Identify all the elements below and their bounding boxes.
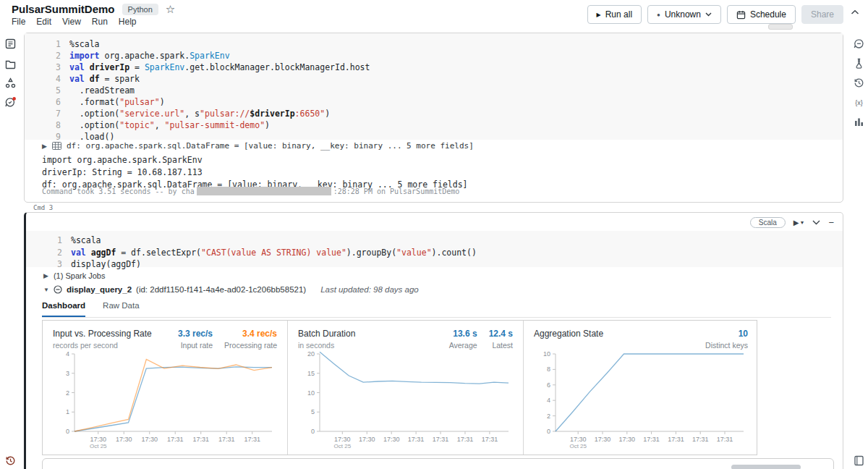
caret-down-icon[interactable]: ▼ <box>43 287 49 293</box>
code-line[interactable]: 2import org.apache.spark.SparkEnv <box>25 50 843 62</box>
menu-bar: FileEditViewRunHelp <box>12 17 137 27</box>
chart-stats: 10Distinct keys <box>705 329 748 350</box>
cluster-dropdown[interactable]: ● Unknown <box>647 5 721 24</box>
history-clock-icon[interactable] <box>4 455 17 467</box>
code-text: %scala <box>69 38 100 50</box>
redaction-bar <box>197 187 331 195</box>
svg-text:1: 1 <box>66 408 69 415</box>
svg-text:17:31: 17:31 <box>192 436 209 443</box>
streaming-query-row: ▼ display_query_2 (id: 2ddf1150-f141-4a4… <box>43 285 419 294</box>
code-line[interactable]: 8 .option("topic", "pulsar-summit-demo") <box>25 119 843 131</box>
series-line <box>320 352 509 384</box>
workflow-icon[interactable] <box>4 77 17 89</box>
line-chart: 024681017:30Oct 2517:3017:3017:3117:3117… <box>534 350 749 451</box>
cell-1-result-toggle[interactable]: ▶ df: org.apache.spark.sql.DataFrame = [… <box>42 141 474 151</box>
chevron-down-icon <box>705 12 712 17</box>
line-number: 3 <box>26 258 62 271</box>
code-text: val df = spark <box>69 73 140 85</box>
chart-header: Aggregation State10Distinct keys <box>534 329 748 350</box>
code-line[interactable]: 3display(aggDf) <box>26 258 843 271</box>
run-all-button[interactable]: ▶ Run all <box>587 5 642 24</box>
metrics-icon[interactable] <box>853 116 865 128</box>
cell-2-code-editor[interactable]: 1%scala2val aggDf = df.selectExpr("CAST(… <box>26 231 843 267</box>
menu-item-help[interactable]: Help <box>119 17 137 27</box>
stop-stream-icon[interactable] <box>54 285 62 294</box>
collapse-cell-icon[interactable] <box>812 220 820 225</box>
workspace-notebook-icon[interactable] <box>4 38 17 50</box>
code-line[interactable]: 5 .readStream <box>25 85 843 96</box>
caret-right-icon: ▶ <box>42 143 47 150</box>
folder-icon[interactable] <box>4 58 17 70</box>
cell-language-pill[interactable]: Scala <box>750 217 786 228</box>
code-line[interactable]: 7 .option("service.url", s"pulsar://$dri… <box>25 108 843 119</box>
svg-text:0: 0 <box>66 428 69 435</box>
star-icon[interactable]: ☆ <box>166 4 175 14</box>
run-cell-button[interactable]: ▶▼ <box>793 219 805 227</box>
svg-text:3: 3 <box>66 370 69 377</box>
language-badge[interactable]: Python <box>122 4 158 15</box>
menu-item-edit[interactable]: Edit <box>36 17 51 27</box>
code-line[interactable]: 2val aggDf = df.selectExpr("CAST(value A… <box>26 247 843 259</box>
series-line <box>556 354 744 431</box>
stat-label: Processing rate <box>224 341 277 350</box>
right-sidebar: {x} <box>851 29 868 469</box>
stat-value: 3.3 rec/s <box>178 329 213 339</box>
code-line[interactable]: 4val df = spark <box>25 73 843 85</box>
svg-text:17:31: 17:31 <box>218 436 235 443</box>
chart-subtitle: records per second <box>53 341 152 350</box>
table-icon <box>52 142 61 150</box>
menu-item-view[interactable]: View <box>62 17 81 27</box>
run-options-icon[interactable]: ▼ <box>799 220 804 225</box>
stdout-line: import org.apache.spark.SparkEnv <box>42 154 468 166</box>
experiments-icon[interactable] <box>853 57 865 69</box>
spark-jobs-toggle[interactable]: ▶ (1) Spark Jobs <box>43 271 105 280</box>
share-button[interactable]: Share <box>801 5 843 24</box>
cell-1-code-editor[interactable]: 1%scala2import org.apache.spark.SparkEnv… <box>25 33 843 140</box>
stat: 13.6 sAverage <box>449 329 477 350</box>
horizontal-scrollbar-thumb[interactable] <box>731 465 801 469</box>
toolbar-actions: ▶ Run all ● Unknown Schedule Share <box>587 5 843 24</box>
svg-text:17:31: 17:31 <box>668 436 684 443</box>
stat-value: 13.6 s <box>449 329 477 339</box>
code-line[interactable]: 3val driverIp = SparkEnv.get.blockManage… <box>25 62 843 73</box>
svg-text:Oct 25: Oct 25 <box>569 443 587 449</box>
chart-title: Aggregation State <box>534 329 603 339</box>
line-number: 1 <box>26 234 62 247</box>
left-sidebar <box>0 29 20 469</box>
notebook-title: PulsarSummitDemo <box>12 3 115 15</box>
comments-icon[interactable] <box>853 38 865 50</box>
menu-item-file[interactable]: File <box>12 17 25 27</box>
minimize-cell-icon[interactable]: − <box>828 218 834 227</box>
query-name: display_query_2 <box>67 285 132 294</box>
code-text: .readStream <box>69 85 135 96</box>
code-line[interactable]: 1%scala <box>25 38 843 50</box>
schedule-button[interactable]: Schedule <box>727 5 796 24</box>
collapse-header-icon[interactable] <box>851 9 859 15</box>
svg-text:17:31: 17:31 <box>167 436 184 443</box>
variables-icon[interactable]: {x} <box>853 96 865 109</box>
svg-text:5: 5 <box>311 408 315 415</box>
code-line[interactable]: 1%scala <box>26 234 843 247</box>
assistant-icon[interactable] <box>4 96 17 109</box>
cluster-status-icon: ● <box>657 12 660 18</box>
svg-text:17:31: 17:31 <box>457 436 474 443</box>
chart-header: Batch Durationin seconds13.6 sAverage12.… <box>298 329 513 350</box>
code-text: import org.apache.spark.SparkEnv <box>69 50 230 62</box>
svg-text:17:30: 17:30 <box>90 436 106 443</box>
code-text: .option("service.url", s"pulsar://$drive… <box>69 108 330 119</box>
cell-1-stdout: import org.apache.spark.SparkEnv driverI… <box>42 154 468 191</box>
query-id: (id: 2ddf1150-f141-4a4e-ad02-1c206bb5852… <box>136 285 306 294</box>
tab-dashboard[interactable]: Dashboard <box>42 301 85 317</box>
code-text: .option("topic", "pulsar-summit-demo") <box>69 119 270 131</box>
revision-history-icon[interactable] <box>853 77 865 89</box>
svg-text:17:30: 17:30 <box>570 436 587 443</box>
menu-item-run[interactable]: Run <box>92 17 108 27</box>
svg-text:17:31: 17:31 <box>482 436 498 443</box>
stdout-line: driverIp: String = 10.68.187.113 <box>42 166 468 179</box>
line-number: 2 <box>25 50 61 62</box>
tab-raw-data[interactable]: Raw Data <box>103 301 140 317</box>
journal-icon[interactable] <box>853 455 865 467</box>
line-number: 1 <box>25 38 61 50</box>
chart-title: Batch Duration <box>298 329 355 339</box>
code-line[interactable]: 6 .format("pulsar") <box>25 96 843 108</box>
